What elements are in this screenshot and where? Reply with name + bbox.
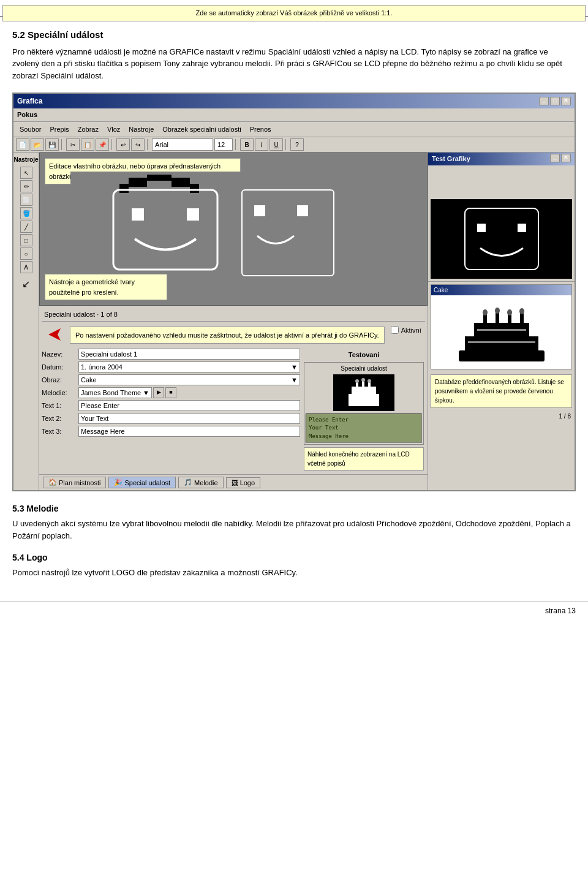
text3-input[interactable]: [78, 426, 300, 437]
toolbar-bold[interactable]: B: [240, 138, 254, 151]
menu-nastroje[interactable]: Nastroje: [125, 123, 157, 136]
menu-obrazek[interactable]: Obrazek specialni udalosti: [159, 123, 244, 136]
melodie-select[interactable]: James Bond Theme ▼: [78, 387, 152, 398]
red-arrow-icon: [45, 325, 64, 344]
canvas-area[interactable]: Editace vlastního obrázku, nebo úprava p…: [39, 153, 428, 306]
tool-rect[interactable]: □: [20, 234, 32, 246]
obraz-dropdown-icon: ▼: [291, 375, 298, 385]
right-minimize[interactable]: _: [550, 154, 560, 162]
section-54-p1: Pomocí nástrojů lze vytvořit LOGO dle př…: [12, 567, 576, 579]
melodie-label: Melodie:: [42, 388, 78, 398]
toolbar-underline[interactable]: U: [270, 138, 283, 151]
svg-rect-39: [477, 329, 526, 331]
testovani-label: Testovani: [304, 350, 424, 360]
minimize-btn[interactable]: _: [539, 97, 549, 105]
menu-soubor[interactable]: Soubor: [16, 123, 45, 136]
svg-point-21: [368, 379, 371, 383]
svg-rect-3: [147, 175, 172, 181]
tool-line[interactable]: ╱: [20, 221, 32, 233]
melodie-stop-btn[interactable]: ■: [165, 387, 176, 398]
testovani-section: Testovani Specialni udalost: [303, 349, 425, 472]
cake-label: Cake: [434, 287, 448, 293]
aktivni-label: Aktivní: [401, 325, 421, 336]
svg-point-19: [355, 379, 359, 383]
toolbar-undo[interactable]: ↩: [116, 138, 130, 151]
tool-text[interactable]: A: [20, 261, 32, 273]
obraz-select[interactable]: Cake ▼: [78, 374, 300, 385]
svg-rect-22: [440, 202, 563, 276]
text2-input[interactable]: [78, 413, 300, 424]
tool-fill[interactable]: 🪣: [20, 207, 32, 219]
lcd-line3: Message Here: [309, 433, 419, 441]
svg-rect-4: [172, 178, 190, 187]
svg-rect-2: [129, 178, 147, 187]
aktivni-checkbox-area: Aktivní: [391, 324, 421, 337]
right-close[interactable]: ✕: [561, 154, 571, 162]
tool-pointer-arrow[interactable]: ↙: [22, 277, 30, 292]
canvas-annotation-tools: Nástroje a geometrické tvary použitelné …: [45, 274, 167, 300]
toolbar-copy[interactable]: 📋: [81, 138, 94, 151]
svg-marker-12: [48, 328, 61, 341]
svg-point-37: [519, 308, 524, 314]
toolbar: 📄 📂 💾 ✂ 📋 📌 ↩ ↪ B I U ?: [13, 137, 575, 153]
font-size[interactable]: [214, 138, 233, 151]
logo-btn[interactable]: 🖼 Logo: [226, 477, 260, 488]
maximize-btn[interactable]: □: [550, 97, 560, 105]
toolbar-sep5: [285, 139, 288, 150]
toolbar-help[interactable]: ?: [290, 138, 304, 151]
plan-btn[interactable]: 🏠 Plan mistnosti: [43, 477, 106, 488]
melodie-btn[interactable]: 🎵 Melodie: [178, 477, 224, 488]
special-event-header: Specialni udalost · 1 of 8: [42, 308, 425, 322]
melodie-play-btn[interactable]: ▶: [153, 387, 164, 398]
datum-select[interactable]: 1. února 2004 ▼: [78, 361, 300, 372]
lcd-line2: Your Text: [309, 424, 419, 433]
toolbar-sep4: [235, 139, 238, 150]
menu-vloz[interactable]: Vloz: [104, 123, 124, 136]
form-fields: Nazev: Datum: 1. února 2004 ▼: [42, 349, 300, 472]
tool-cursor[interactable]: ↖: [20, 167, 32, 179]
menu-zobraz[interactable]: Zobraz: [74, 123, 102, 136]
tool-pencil[interactable]: ✏: [20, 180, 32, 192]
plan-icon: 🏠: [48, 478, 57, 486]
section-54-title: 5.4 Logo: [12, 551, 576, 564]
close-btn[interactable]: ✕: [561, 97, 571, 105]
tool-eraser[interactable]: ⬜: [20, 194, 32, 206]
svg-rect-14: [349, 394, 379, 406]
svg-rect-38: [468, 341, 535, 343]
menu-prenos[interactable]: Prenos: [246, 123, 275, 136]
cake-sub-titlebar: Cake: [431, 285, 571, 295]
main-area: Nastroje ↖ ✏ ⬜ 🪣 ╱ □ ○ A ↙ Editace vlast…: [13, 153, 575, 490]
section-52-p1: Pro některé významné události je možné n…: [12, 46, 576, 82]
menu-prepis[interactable]: Prepis: [46, 123, 72, 136]
aktivni-checkbox[interactable]: [391, 326, 399, 334]
test-grafiky-title: Test Grafiky: [432, 154, 470, 164]
toolbar-redo[interactable]: ↪: [131, 138, 145, 151]
tool-ellipse[interactable]: ○: [20, 248, 32, 260]
text1-input[interactable]: [78, 400, 300, 411]
nazev-input[interactable]: [78, 349, 300, 360]
font-selector[interactable]: [152, 138, 213, 151]
special-btn[interactable]: 🎉 Special udalost: [108, 477, 176, 488]
event-instruction: Po nastavení požadovaného vzhledu musíte…: [70, 327, 385, 344]
nazev-label: Nazev:: [42, 349, 78, 360]
toolbar-new[interactable]: 📄: [16, 138, 29, 151]
test-graphic-svg: [440, 202, 563, 276]
form-section: Nazev: Datum: 1. února 2004 ▼: [42, 349, 425, 472]
form-row-text3: Text 3:: [42, 426, 300, 437]
toolbar-italic[interactable]: I: [255, 138, 268, 151]
cake-subwindow: Cake: [431, 284, 572, 369]
form-row-text1: Text 1:: [42, 400, 300, 411]
toolbar-cut[interactable]: ✂: [66, 138, 80, 151]
toolbar-paste[interactable]: 📌: [96, 138, 109, 151]
svg-rect-15: [352, 387, 376, 395]
tools-panel: Nastroje ↖ ✏ ⬜ 🪣 ╱ □ ○ A ↙: [13, 153, 39, 490]
right-panel: Test Grafiky _ ✕ Zde se automaticky zobr…: [428, 153, 575, 490]
page-content: 5.2 Speciální událost Pro některé význam…: [0, 17, 588, 595]
toolbar-save[interactable]: 💾: [45, 138, 59, 151]
toolbar-open[interactable]: 📂: [31, 138, 44, 151]
svg-rect-8: [187, 208, 199, 221]
svg-rect-7: [132, 208, 144, 221]
lcd-screen: Please Enter Your Text Message Here: [306, 414, 422, 444]
cake-image-area: [431, 295, 571, 369]
pokus-label: Pokus: [17, 111, 37, 118]
